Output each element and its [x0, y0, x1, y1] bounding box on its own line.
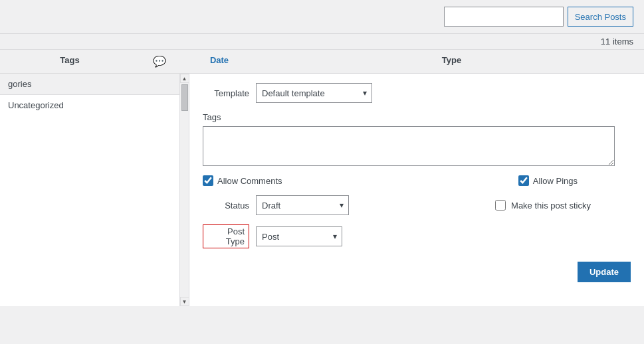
search-input[interactable]	[444, 7, 564, 27]
post-type-row: Post Type Post Page	[203, 224, 631, 248]
right-panel: Template Default template Tags Allow Com…	[189, 74, 644, 306]
status-label: Status	[203, 201, 256, 211]
col-tags-header: Tags	[0, 55, 140, 68]
checkbox-row: Allow Comments Allow Pings	[203, 175, 631, 186]
scrollbar[interactable]: ▲ ▼	[179, 74, 189, 306]
tags-label: Tags	[203, 112, 631, 122]
scroll-thumb[interactable]	[181, 84, 188, 111]
allow-pings-group: Allow Pings	[518, 175, 578, 186]
tags-textarea[interactable]	[203, 126, 615, 166]
search-posts-button[interactable]: Search Posts	[568, 7, 633, 27]
allow-pings-label: Allow Pings	[533, 176, 578, 186]
status-select-wrapper: Draft Published Private	[256, 195, 349, 215]
allow-comments-label: Allow Comments	[217, 176, 282, 186]
status-row: Status Draft Published Private Make this…	[203, 195, 631, 215]
status-select[interactable]: Draft Published Private	[256, 195, 349, 215]
left-panel: gories Uncategorized ▲ ▼	[0, 74, 189, 306]
template-select[interactable]: Default template	[256, 83, 372, 103]
post-type-label: Post Type	[203, 224, 256, 248]
template-select-wrapper: Default template	[256, 83, 372, 103]
post-type-select-wrapper: Post Page	[256, 226, 342, 246]
items-count: 11 items	[0, 34, 644, 49]
col-date-header: Date	[179, 55, 259, 68]
left-panel-item[interactable]: Uncategorized	[0, 95, 189, 116]
left-panel-header: gories	[0, 74, 189, 95]
update-button[interactable]: Update	[578, 262, 631, 282]
update-button-area: Update	[203, 262, 631, 282]
scroll-up-arrow[interactable]: ▲	[180, 74, 189, 83]
search-area: Search Posts	[444, 7, 633, 27]
template-row: Template Default template	[203, 83, 631, 103]
make-sticky-label: Make this post sticky	[511, 201, 591, 211]
template-label: Template	[203, 88, 256, 98]
top-bar: Search Posts	[0, 0, 644, 34]
allow-comments-group: Allow Comments	[203, 175, 282, 186]
col-comments-header: 💬	[140, 55, 179, 68]
allow-pings-checkbox[interactable]	[518, 175, 529, 186]
post-type-select[interactable]: Post Page	[256, 226, 342, 246]
scroll-down-arrow[interactable]: ▼	[180, 297, 189, 306]
comment-icon: 💬	[153, 56, 166, 67]
make-sticky-checkbox[interactable]	[495, 200, 506, 211]
col-type-header: Type	[259, 55, 644, 68]
table-header: Tags 💬 Date Type	[0, 49, 644, 74]
main-content: gories Uncategorized ▲ ▼ Template Defaul…	[0, 74, 644, 306]
tags-section: Tags	[203, 112, 631, 166]
allow-comments-checkbox[interactable]	[203, 175, 213, 186]
post-type-label-highlighted: Post Type	[203, 224, 249, 248]
